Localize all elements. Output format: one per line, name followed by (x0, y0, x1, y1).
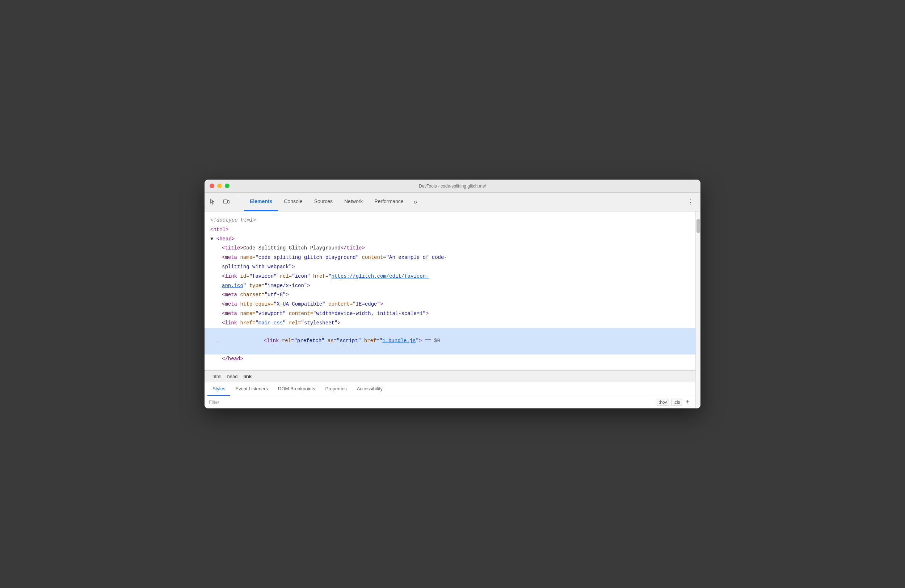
add-style-button[interactable]: + (684, 398, 691, 406)
dom-tree[interactable]: <!doctype html> <html> ▼ <head> <title>C… (205, 211, 695, 371)
device-toolbar-icon[interactable] (221, 196, 232, 208)
inspect-icon[interactable] (207, 196, 219, 208)
tab-dom-breakpoints[interactable]: DOM Breakpoints (273, 382, 321, 396)
filter-input[interactable] (209, 399, 654, 405)
svg-rect-1 (228, 200, 229, 203)
devtools-window: DevTools - code-splitting.glitch.me/ Ele… (205, 180, 700, 408)
styles-panel: Styles Event Listeners DOM Breakpoints P… (205, 382, 695, 408)
line-meta-name-1: <meta name="code splitting glitch playgr… (205, 253, 695, 262)
line-title: <title>Code Splitting Glitch Playground<… (205, 244, 695, 253)
tab-console[interactable]: Console (278, 192, 308, 211)
line-meta-viewport: <meta name="viewport" content="width=dev… (205, 309, 695, 319)
line-meta-compat: <meta http-equiv="X-UA-Compatible" conte… (205, 300, 695, 309)
filter-actions: :hov .cls + (657, 398, 691, 406)
toolbar-right: ⋮ (684, 198, 698, 207)
tab-performance[interactable]: Performance (368, 192, 409, 211)
breadcrumb-bar: html head link (205, 371, 695, 382)
line-link-favicon-2: app.ico" type="image/x-icon"> (205, 281, 695, 291)
tab-network[interactable]: Network (338, 192, 368, 211)
minimize-button[interactable] (217, 184, 222, 188)
window-title: DevTools - code-splitting.glitch.me/ (419, 184, 486, 189)
line-head-close: </head> (205, 354, 695, 364)
line-doctype: <!doctype html> (205, 216, 695, 225)
expand-ellipsis: … (216, 338, 219, 345)
title-bar: DevTools - code-splitting.glitch.me/ (205, 180, 700, 192)
devtools-toolbar: Elements Console Sources Network Perform… (205, 192, 700, 211)
tab-accessibility[interactable]: Accessibility (352, 382, 388, 396)
line-link-favicon-1: <link id="favicon" rel="icon" href="http… (205, 272, 695, 281)
main-tabs: Elements Console Sources Network Perform… (244, 192, 684, 211)
breadcrumb-head[interactable]: head (225, 373, 240, 380)
line-meta-name-2: splitting with webpack"> (205, 262, 695, 272)
maximize-button[interactable] (225, 184, 230, 188)
line-link-prefetch[interactable]: … <link rel="prefetch" as="script" href=… (205, 328, 695, 354)
breadcrumb-html[interactable]: html (210, 373, 224, 380)
svg-rect-0 (223, 200, 227, 203)
more-tabs-button[interactable]: » (410, 192, 422, 211)
hov-button[interactable]: :hov (657, 399, 669, 406)
tab-properties[interactable]: Properties (321, 382, 352, 396)
scrollbar[interactable] (695, 211, 700, 408)
styles-tabs: Styles Event Listeners DOM Breakpoints P… (205, 382, 695, 396)
more-options-button[interactable]: ⋮ (684, 198, 698, 207)
breadcrumb-link[interactable]: link (241, 373, 253, 380)
line-meta-charset: <meta charset="utf-8"> (205, 290, 695, 300)
tab-styles[interactable]: Styles (207, 382, 230, 396)
elements-panel: <!doctype html> <html> ▼ <head> <title>C… (205, 211, 695, 408)
tab-sources[interactable]: Sources (308, 192, 338, 211)
line-html: <html> (205, 225, 695, 235)
main-content: <!doctype html> <html> ▼ <head> <title>C… (205, 211, 700, 408)
line-link-css: <link href="main.css" rel="stylesheet"> (205, 319, 695, 328)
cls-button[interactable]: .cls (671, 399, 682, 406)
window-controls (210, 184, 230, 188)
toolbar-icon-group (207, 196, 238, 208)
tab-event-listeners[interactable]: Event Listeners (230, 382, 273, 396)
close-button[interactable] (210, 184, 214, 188)
scrollbar-thumb[interactable] (697, 219, 700, 233)
line-head-open: ▼ <head> (205, 235, 695, 244)
styles-filter-bar: :hov .cls + (205, 396, 695, 408)
tab-elements[interactable]: Elements (244, 192, 278, 211)
